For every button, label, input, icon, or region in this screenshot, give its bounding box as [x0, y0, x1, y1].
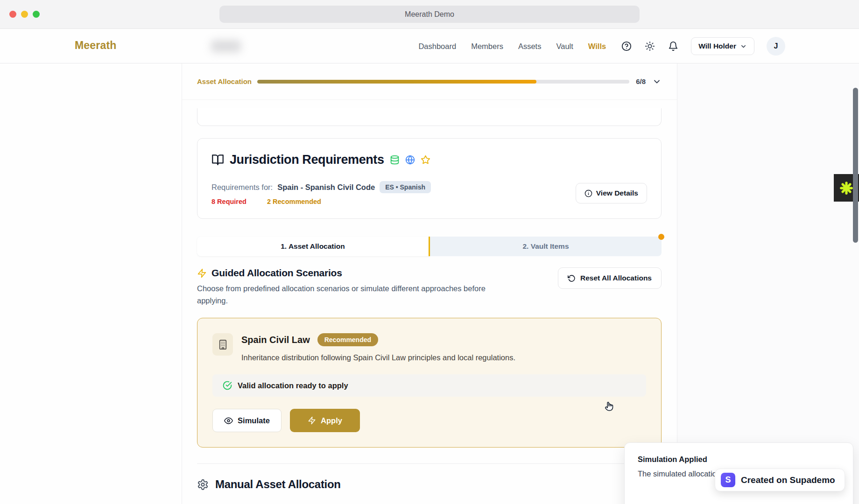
- scenario-description: Inheritance distribution following Spain…: [241, 353, 515, 362]
- bell-icon[interactable]: [668, 41, 679, 52]
- jurisdiction-card: Jurisdiction Requirements Requirements f…: [197, 138, 662, 219]
- toast-title: Simulation Applied: [638, 455, 840, 464]
- section-divider: [197, 463, 662, 464]
- main-panel: Asset Allocation 6/8 Jurisdiction Requir…: [182, 63, 677, 504]
- requirements-value: Spain - Spanish Civil Code: [277, 183, 375, 192]
- tab-vault-items[interactable]: 2. Vault Items: [430, 237, 662, 256]
- scenario-status: Valid allocation ready to apply: [212, 374, 646, 397]
- left-gutter: [0, 63, 182, 504]
- scenario-card[interactable]: Spain Civil Law Recommended Inheritance …: [197, 318, 662, 448]
- previous-card-bottom: [197, 108, 662, 126]
- role-selector-button[interactable]: Will Holder: [691, 37, 754, 55]
- required-count: 8 Required: [211, 198, 246, 205]
- theme-toggle-sun-icon[interactable]: [644, 41, 655, 52]
- manual-title: Manual Asset Allocation: [215, 478, 341, 491]
- simulate-button[interactable]: Simulate: [212, 409, 282, 432]
- view-details-label: View Details: [596, 189, 638, 197]
- manual-section-header: Manual Asset Allocation: [197, 478, 662, 491]
- nav-assets[interactable]: Assets: [518, 42, 542, 51]
- progress-count: 6/8: [636, 77, 646, 85]
- rotate-ccw-icon: [568, 274, 576, 282]
- guided-description: Choose from predefined allocation scenar…: [197, 283, 486, 307]
- nav-dashboard[interactable]: Dashboard: [418, 42, 456, 51]
- progress-row: Asset Allocation 6/8: [182, 63, 677, 100]
- progress-fill: [257, 80, 536, 84]
- reset-all-allocations-label: Reset All Allocations: [580, 274, 652, 282]
- app-header: Meerath Dashboard Members Assets Vault W…: [0, 29, 859, 63]
- apply-label: Apply: [321, 416, 342, 425]
- blurred-text: [211, 40, 241, 52]
- simulate-label: Simulate: [238, 416, 270, 425]
- building-icon: [212, 333, 233, 356]
- scrollbar-thumb[interactable]: [853, 88, 858, 243]
- scenario-status-text: Valid allocation ready to apply: [238, 381, 348, 390]
- scenario-title: Spain Civil Law: [241, 335, 310, 345]
- supademo-badge[interactable]: S Created on Supademo: [715, 469, 845, 491]
- check-circle-icon: [223, 381, 232, 390]
- reset-all-allocations-button[interactable]: Reset All Allocations: [558, 267, 662, 289]
- window-titlebar: Meerath Demo: [0, 0, 859, 29]
- window-controls: [9, 11, 40, 18]
- nav-wills[interactable]: Wills: [588, 42, 606, 51]
- role-selector-label: Will Holder: [698, 42, 736, 50]
- zap-icon: [197, 268, 207, 278]
- recommended-count: 2 Recommended: [267, 198, 321, 205]
- progress-label: Asset Allocation: [197, 77, 252, 85]
- supademo-logo: S: [721, 473, 735, 487]
- zoom-window-button[interactable]: [33, 11, 40, 18]
- requirements-label: Requirements for:: [211, 183, 273, 192]
- globe-icon: [405, 155, 415, 165]
- guided-section-header: Guided Allocation Scenarios Choose from …: [197, 267, 662, 307]
- app-logo[interactable]: Meerath: [75, 39, 117, 52]
- apply-button[interactable]: Apply: [290, 409, 360, 432]
- chevron-down-icon: [740, 43, 747, 50]
- right-gutter: [677, 63, 859, 504]
- tab-asset-allocation[interactable]: 1. Asset Allocation: [197, 237, 430, 256]
- help-icon[interactable]: [621, 41, 632, 52]
- book-open-icon: [211, 154, 224, 166]
- info-icon: [584, 189, 592, 197]
- guided-title: Guided Allocation Scenarios: [211, 267, 342, 279]
- close-window-button[interactable]: [9, 11, 16, 18]
- nav-members[interactable]: Members: [471, 42, 503, 51]
- recommended-badge: Recommended: [317, 333, 378, 346]
- window-title: Meerath Demo: [219, 6, 640, 23]
- star-icon[interactable]: [421, 155, 430, 165]
- avatar[interactable]: J: [767, 37, 785, 56]
- nav-vault[interactable]: Vault: [556, 42, 573, 51]
- asterisk-icon: [839, 181, 853, 195]
- view-details-button[interactable]: View Details: [576, 183, 647, 203]
- jurisdiction-title: Jurisdiction Requirements: [230, 153, 384, 167]
- screen: Meerath Demo Meerath Dashboard Members A…: [0, 0, 859, 504]
- main-nav: Dashboard Members Assets Vault Wills: [418, 42, 606, 51]
- notification-dot: [658, 234, 664, 240]
- zap-icon: [308, 416, 316, 425]
- minimize-window-button[interactable]: [21, 11, 28, 18]
- gear-icon: [197, 479, 209, 490]
- eye-icon: [224, 416, 233, 425]
- collapse-chevron-icon[interactable]: [652, 77, 662, 86]
- database-icon: [390, 155, 400, 165]
- supademo-label: Created on Supademo: [741, 475, 835, 485]
- step-tabs: 1. Asset Allocation 2. Vault Items: [197, 237, 662, 256]
- locale-badge: ES • Spanish: [380, 181, 431, 193]
- progress-track: [257, 80, 629, 84]
